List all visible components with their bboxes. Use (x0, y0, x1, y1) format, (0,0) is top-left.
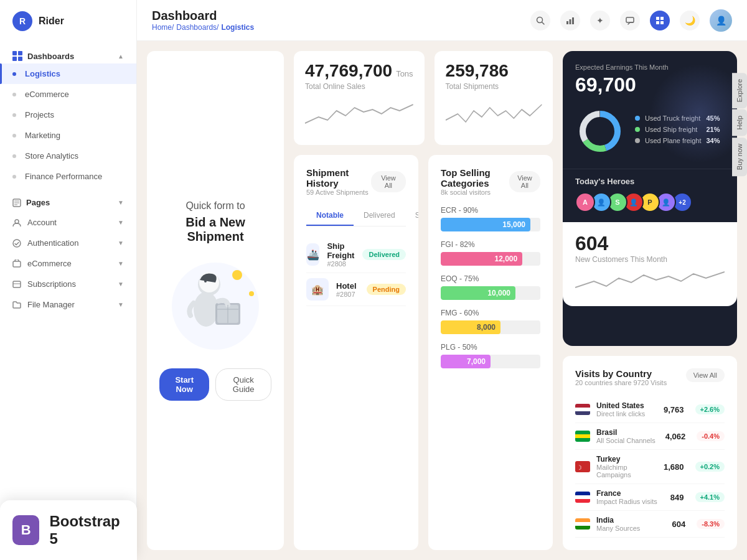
user-avatar[interactable]: 👤 (710, 9, 732, 32)
change-badge: +4.1% (695, 492, 725, 502)
breadcrumb: Home/ Dashboards/ Logistics (152, 23, 254, 32)
dot-icon (12, 113, 16, 117)
search-button[interactable] (530, 11, 550, 30)
svg-rect-16 (570, 19, 571, 24)
dashboards-header[interactable]: Dashboards ▲ (0, 45, 136, 63)
chevron-up-icon: ▲ (118, 53, 124, 60)
sidebar-item-file-manager[interactable]: File Manager ▼ (0, 294, 136, 315)
shipment-view-all[interactable]: View All (371, 171, 406, 192)
bottom-section: Shipment History 59 Active Shipments Vie… (294, 155, 553, 550)
subscriptions-icon (12, 280, 21, 289)
svg-point-8 (15, 220, 19, 223)
shipment-header-text: Shipment History 59 Active Shipments (306, 167, 371, 196)
dashboards-section: Dashboards ▲ Logistics eCommerce Project… (0, 42, 136, 189)
dot-icon (12, 175, 16, 179)
total-sales-card: 47,769,700 Tons Total Online Sales (294, 51, 425, 145)
sidebar-item-account[interactable]: Account ▼ (0, 212, 136, 233)
sidebar-item-subscriptions[interactable]: Subscriptions ▼ (0, 274, 136, 294)
theme-toggle[interactable]: 🌙 (680, 11, 700, 30)
us-flag (575, 404, 590, 415)
hero-avatar-1: A (575, 192, 595, 212)
list-item: FMG - 60% 8,000 (441, 309, 540, 334)
change-badge: -8.3% (697, 519, 725, 529)
heroes-label: Today's Heroes (575, 177, 725, 186)
tr-flag: ☽ (575, 461, 590, 472)
chevron-icon: ▼ (118, 281, 124, 287)
tab-notable[interactable]: Notable (306, 206, 354, 226)
right-panel: Expected Earnings This Month 69,700 (563, 51, 737, 550)
sidebar-item-store-analytics[interactable]: Store Analytics (0, 146, 136, 166)
sidebar-item-finance[interactable]: Finance Performance (0, 166, 136, 187)
side-tab-buy[interactable]: Buy now (732, 138, 747, 176)
sidebar-logo[interactable]: R Rider (0, 0, 136, 42)
category-label: FGI - 82% (441, 240, 540, 249)
sidebar: R Rider Dashboards ▲ Logistics eCommerce… (0, 0, 137, 560)
promo-illustration (159, 256, 271, 356)
tab-shipping[interactable]: Shipping (405, 206, 418, 226)
country-visits: 849 (670, 493, 684, 502)
category-label: EOQ - 75% (441, 274, 540, 283)
country-visits: 604 (672, 520, 686, 529)
page-title: Dashboard (152, 9, 254, 23)
logo-icon: R (12, 11, 32, 31)
shipment-name: Hotel (336, 281, 357, 291)
message-icon (626, 16, 634, 25)
shipment-name: Ship Freight (327, 241, 355, 260)
br-flag (575, 431, 590, 442)
country-visits: 4,062 (665, 432, 686, 441)
visits-header: Visits by Country 20 countries share 972… (575, 368, 725, 386)
settings-button[interactable]: ✦ (590, 11, 610, 30)
shipment-item-info: Ship Freight #2808 (327, 241, 355, 268)
country-source: Direct link clicks (596, 410, 657, 418)
metrics-row: 47,769,700 Tons Total Online Sales 259,7… (294, 51, 553, 145)
chart-icon (566, 16, 575, 25)
plane-dot (635, 138, 640, 143)
chart-legend: Used Truck freight 45% Used Ship freight… (635, 114, 720, 148)
svg-rect-11 (13, 281, 21, 287)
promo-subtitle: Bid a New Shipment (159, 215, 271, 244)
fr-flag (575, 492, 590, 503)
grid-button[interactable] (650, 11, 670, 30)
sidebar-item-authentication[interactable]: Authentication ▼ (0, 233, 136, 253)
center-content: 47,769,700 Tons Total Online Sales 259,7… (294, 51, 553, 550)
visits-view-all[interactable]: View All (686, 368, 725, 382)
shipments-label: Total Shipments (446, 82, 542, 91)
legend-plane: Used Plane freight 34% (635, 137, 720, 144)
shipment-item-info: Hotel #2807 (336, 281, 357, 298)
bar-bg: 10,000 (441, 286, 540, 300)
chart-button[interactable] (560, 11, 580, 30)
start-now-button[interactable]: Start Now (159, 368, 209, 401)
svg-point-27 (194, 292, 218, 327)
shipments-chart (446, 98, 542, 133)
categories-view-all[interactable]: View All (509, 171, 540, 192)
tab-delivered[interactable]: Delivered (354, 206, 405, 226)
bar-bg: 12,000 (441, 252, 540, 266)
country-source: Impact Radius visits (596, 498, 664, 505)
side-tab-explore[interactable]: Explore (732, 73, 747, 108)
svg-rect-22 (660, 21, 664, 24)
list-item: ECR - 90% 15,000 (441, 206, 540, 231)
sidebar-item-projects[interactable]: Projects (0, 105, 136, 125)
sidebar-item-ecommerce[interactable]: eCommerce (0, 84, 136, 105)
category-label: PLG - 50% (441, 343, 540, 352)
sidebar-item-ecommerce-main[interactable]: eCommerce ▼ (0, 253, 136, 274)
list-item: EOQ - 75% 10,000 (441, 274, 540, 300)
country-visits: 9,763 (664, 405, 684, 414)
quick-guide-button[interactable]: Quick Guide (215, 368, 271, 401)
sidebar-item-marketing[interactable]: Marketing (0, 125, 136, 146)
svg-point-25 (249, 291, 254, 296)
country-name: Brasil (596, 428, 659, 437)
bar-bg: 15,000 (441, 218, 540, 231)
dark-inner: Expected Earnings This Month 69,700 (563, 51, 737, 169)
sales-value: 47,769,700 (305, 61, 392, 81)
pages-header[interactable]: Pages ▼ (0, 192, 136, 210)
messages-button[interactable] (620, 11, 640, 30)
svg-rect-10 (13, 261, 21, 267)
svg-rect-20 (660, 17, 664, 20)
list-item: PLG - 50% 7,000 (441, 343, 540, 368)
change-badge: +0.2% (695, 462, 725, 472)
promo-title: Quick form to (186, 200, 245, 212)
dashboard-icon (12, 51, 22, 61)
sidebar-item-logistics[interactable]: Logistics (0, 63, 136, 84)
side-tab-help[interactable]: Help (732, 110, 747, 136)
